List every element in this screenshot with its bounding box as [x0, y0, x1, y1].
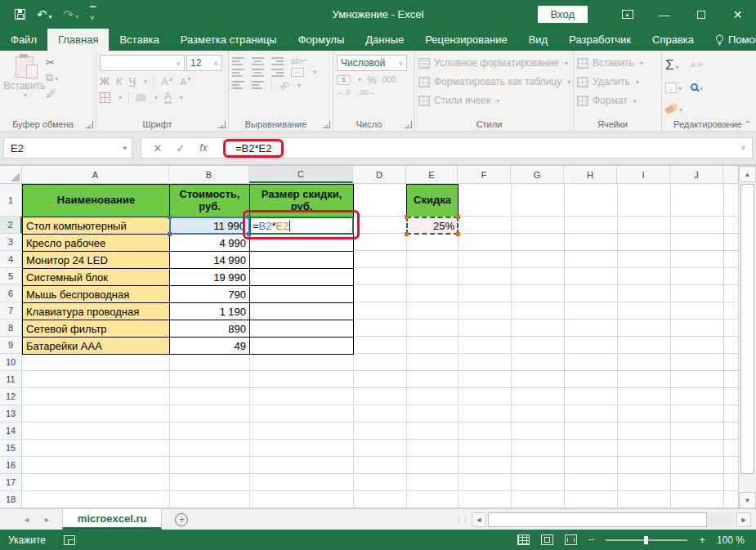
- borders-dropdown-icon[interactable]: ▾: [119, 94, 122, 101]
- tab-view[interactable]: Вид: [518, 29, 559, 51]
- tab-developer[interactable]: Разработчик: [558, 29, 642, 51]
- scrollbar-splitter[interactable]: ⋮⋮: [455, 516, 468, 524]
- cell-a7[interactable]: Клавиатура проводная: [22, 302, 170, 320]
- row-header-10[interactable]: 10: [0, 354, 22, 371]
- align-middle-button[interactable]: [252, 57, 264, 65]
- tab-help[interactable]: Справка: [642, 29, 705, 51]
- italic-button[interactable]: К: [116, 75, 123, 87]
- sort-filter-button[interactable]: А↓Я: [691, 62, 703, 69]
- tab-formulas[interactable]: Формулы: [288, 29, 356, 51]
- cell-b2-referenced[interactable]: 11 990: [169, 217, 250, 235]
- font-dialog-launcher[interactable]: [218, 121, 226, 128]
- bold-button[interactable]: Ж: [100, 75, 110, 87]
- column-header-h[interactable]: H: [564, 166, 617, 183]
- column-header-b[interactable]: B: [169, 166, 249, 183]
- align-bottom-button[interactable]: [271, 57, 284, 65]
- format-cells-button[interactable]: Формат▾: [577, 92, 658, 109]
- row-header-2[interactable]: 2: [0, 217, 22, 234]
- orientation-button[interactable]: ab: [278, 78, 291, 92]
- borders-button[interactable]: [100, 92, 110, 103]
- maximize-button[interactable]: [682, 0, 719, 29]
- column-header-i[interactable]: I: [617, 166, 670, 183]
- align-top-button[interactable]: [232, 57, 244, 65]
- cancel-entry-button[interactable]: ✕: [146, 142, 169, 154]
- cell-b8[interactable]: 890: [169, 320, 250, 338]
- percent-style-button[interactable]: %: [367, 74, 377, 86]
- autosum-button[interactable]: Σ▾: [665, 58, 682, 73]
- find-select-button[interactable]: ▾: [691, 79, 703, 94]
- align-left-button[interactable]: [232, 69, 244, 77]
- e2-handle-bottom-left[interactable]: [405, 232, 409, 236]
- cut-button[interactable]: ✂: [46, 57, 58, 69]
- scroll-up-button[interactable]: ▲: [739, 166, 756, 182]
- accounting-format-button[interactable]: $: [337, 75, 351, 85]
- cell-a4[interactable]: Монитор 24 LED: [22, 251, 170, 269]
- cell-c4[interactable]: [249, 251, 354, 269]
- zoom-slider[interactable]: [606, 539, 687, 541]
- next-sheet-button[interactable]: ►: [43, 516, 51, 524]
- cell-styles-button[interactable]: Стили ячеек▾: [418, 92, 570, 109]
- vertical-scrollbar[interactable]: ▲ ▼: [738, 166, 756, 508]
- align-center-button[interactable]: [252, 69, 264, 77]
- undo-button[interactable]: ↶▾: [37, 8, 52, 20]
- row-header-17[interactable]: 17: [0, 474, 22, 491]
- insert-function-button[interactable]: fx: [192, 142, 215, 154]
- row-header-12[interactable]: 12: [0, 388, 22, 405]
- decrease-decimal-button[interactable]: .00→: [359, 88, 377, 96]
- cell-area[interactable]: Наименование Стоимость, руб. Размер скид…: [22, 184, 738, 508]
- cell-b7[interactable]: 1 190: [169, 302, 250, 320]
- cell-a9[interactable]: Батарейки AAA: [22, 337, 170, 355]
- cell-e2-referenced[interactable]: 25%: [406, 217, 459, 235]
- row-header-18[interactable]: 18: [0, 491, 22, 508]
- row-header-14[interactable]: 14: [0, 423, 22, 440]
- b2-handle-bottom-left[interactable]: [168, 232, 172, 236]
- underline-dropdown-icon[interactable]: ▾: [144, 78, 147, 85]
- formula-input-area[interactable]: ✕ ✓ fx =B2*E2 ˅: [141, 137, 753, 159]
- increase-decimal-button[interactable]: ←.0: [337, 88, 351, 96]
- zoom-slider-thumb[interactable]: [644, 536, 648, 544]
- cell-a2[interactable]: Стол компьютерный: [22, 217, 170, 235]
- horizontal-scrollbar[interactable]: [488, 512, 733, 527]
- column-header-e[interactable]: E: [406, 166, 458, 183]
- cell-b3[interactable]: 4 990: [169, 234, 250, 252]
- row-header-13[interactable]: 13: [0, 405, 22, 423]
- confirm-entry-button[interactable]: ✓: [169, 142, 192, 154]
- e2-handle-bottom-right[interactable]: [456, 232, 460, 236]
- normal-view-button[interactable]: [517, 534, 530, 545]
- column-header-f[interactable]: F: [458, 166, 511, 183]
- cell-c7[interactable]: [249, 302, 354, 320]
- column-header-d[interactable]: D: [353, 166, 406, 183]
- zoom-in-button[interactable]: +: [699, 534, 705, 546]
- vertical-scroll-thumb[interactable]: [740, 184, 754, 474]
- row-header-3[interactable]: 3: [0, 234, 22, 251]
- zoom-out-button[interactable]: −: [588, 534, 595, 546]
- paste-dropdown-icon[interactable]: ▾: [24, 92, 27, 99]
- column-header-g[interactable]: G: [511, 166, 564, 183]
- customize-qat-button[interactable]: ▔˅: [90, 7, 96, 22]
- row-header-8[interactable]: 8: [0, 320, 22, 337]
- paste-button[interactable]: Вставить ▾: [3, 55, 46, 117]
- b2-handle-top-left[interactable]: [168, 215, 172, 219]
- cell-c8[interactable]: [249, 320, 354, 338]
- name-box-dropdown-icon[interactable]: ▾: [123, 144, 127, 152]
- tab-file[interactable]: Файл: [0, 29, 47, 51]
- undo-dropdown-icon[interactable]: ▾: [49, 13, 52, 20]
- increase-indent-button[interactable]: [252, 81, 264, 89]
- save-icon[interactable]: [15, 9, 25, 20]
- cell-a5[interactable]: Системный блок: [22, 268, 170, 286]
- cell-a8[interactable]: Сетевой фильтр: [22, 320, 170, 338]
- hscroll-left-button[interactable]: ◄: [472, 512, 486, 527]
- merge-center-button[interactable]: ⇔: [291, 68, 304, 77]
- tab-home[interactable]: Главная: [47, 29, 109, 51]
- delete-cells-button[interactable]: Удалить▾: [577, 74, 658, 90]
- number-dialog-launcher[interactable]: [405, 121, 412, 128]
- redo-button[interactable]: ↷▾: [64, 8, 79, 20]
- clear-button[interactable]: ▾: [665, 101, 682, 115]
- grow-font-button[interactable]: А▲: [161, 75, 174, 87]
- column-header-c[interactable]: C: [249, 166, 353, 183]
- tab-insert[interactable]: Вставка: [109, 29, 169, 51]
- tab-review[interactable]: Рецензирование: [414, 29, 517, 51]
- cell-b4[interactable]: 14 990: [169, 251, 250, 269]
- formula-bar-expand-icon[interactable]: ˅: [741, 144, 745, 152]
- format-as-table-button[interactable]: Форматировать как таблицу▾: [418, 74, 570, 90]
